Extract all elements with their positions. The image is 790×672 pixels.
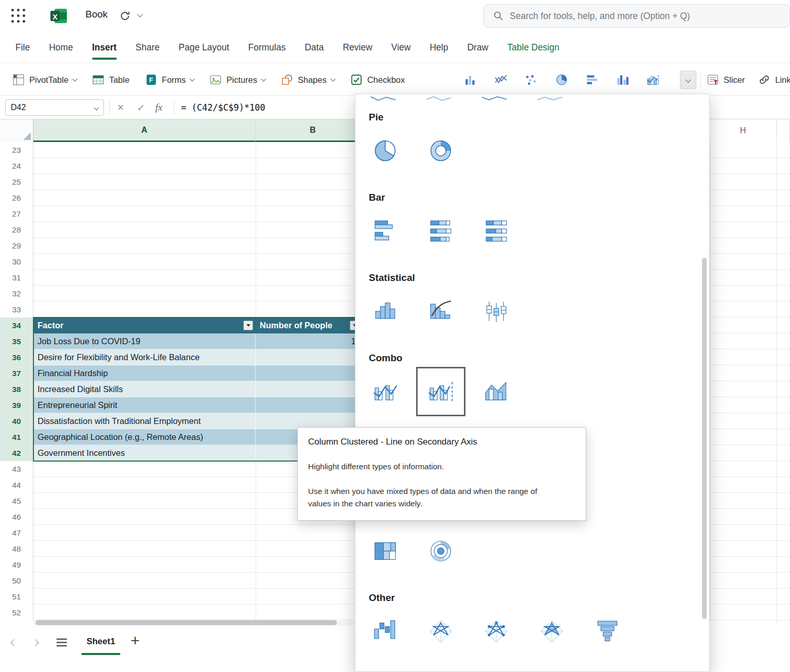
row-number[interactable]: 50: [0, 573, 33, 589]
clustered-column-line-icon[interactable]: [369, 375, 402, 408]
menu-tab-file[interactable]: File: [15, 42, 30, 53]
table-cell-people[interactable]: 55: [256, 381, 370, 397]
table-cell-factor[interactable]: Job Loss Due to COVID-19: [33, 333, 256, 349]
all-sheets-menu-icon[interactable]: [57, 639, 67, 647]
row-number[interactable]: 44: [0, 477, 33, 493]
forms-button[interactable]: F Forms: [145, 74, 194, 86]
row-number[interactable]: 48: [0, 541, 33, 557]
pie-chart-icon[interactable]: [369, 134, 402, 167]
row-number[interactable]: 52: [0, 605, 33, 621]
name-box[interactable]: D42: [5, 99, 104, 116]
funnel-icon[interactable]: [591, 615, 624, 648]
pictures-button[interactable]: Pictures: [209, 74, 265, 86]
line-chart-button-icon[interactable]: [494, 73, 508, 86]
next-sheet-icon[interactable]: [32, 639, 39, 646]
menu-tab-share[interactable]: Share: [136, 42, 160, 53]
row-number[interactable]: 38: [0, 381, 33, 397]
histogram-icon[interactable]: [369, 295, 402, 328]
horizontal-scrollbar-thumb[interactable]: [35, 620, 337, 625]
waterfall-icon[interactable]: [369, 615, 402, 648]
menu-tab-page-layout[interactable]: Page Layout: [178, 42, 229, 53]
menu-tab-data[interactable]: Data: [304, 42, 324, 53]
clustered-bar-icon[interactable]: [369, 215, 402, 247]
filter-button[interactable]: [243, 321, 253, 330]
table-button[interactable]: Table: [92, 74, 129, 86]
pareto-icon[interactable]: [424, 295, 457, 328]
menu-tab-table-design[interactable]: Table Design: [507, 42, 559, 53]
combo-chart-button-icon[interactable]: [646, 73, 659, 86]
table-cell-factor[interactable]: Dissatisfaction with Traditional Employm…: [33, 413, 256, 429]
table-cell-factor[interactable]: Desire for Flexibility and Work-Life Bal…: [33, 349, 256, 365]
column-header-h[interactable]: H: [710, 119, 777, 142]
row-number[interactable]: 33: [0, 302, 33, 317]
slicer-button[interactable]: Slicer: [707, 74, 745, 86]
doughnut-chart-icon[interactable]: [424, 134, 457, 167]
menu-tab-view[interactable]: View: [391, 42, 411, 53]
checkbox-button[interactable]: Checkbox: [350, 74, 405, 86]
row-number[interactable]: 45: [0, 493, 33, 509]
scatter-chart-button-icon[interactable]: [525, 73, 538, 86]
search-bar[interactable]: Search for tools, help, and more (Option…: [483, 4, 790, 28]
menu-tab-insert[interactable]: Insert: [92, 42, 117, 53]
bar-chart-button-icon[interactable]: [585, 73, 599, 86]
row-number[interactable]: 31: [0, 270, 33, 286]
workbook-title[interactable]: Book: [85, 9, 107, 20]
row-number[interactable]: 32: [0, 286, 33, 302]
add-sheet-button[interactable]: +: [131, 632, 140, 649]
box-whisker-icon[interactable]: [480, 295, 513, 328]
formula-input[interactable]: = (C42/$C$9)*100: [181, 96, 265, 119]
column-chart-button-icon[interactable]: [464, 73, 477, 86]
row-number[interactable]: 41: [0, 429, 33, 445]
row-number[interactable]: 26: [0, 190, 33, 206]
stacked-area-clustered-column-icon[interactable]: [480, 375, 513, 408]
autosave-sync-icon[interactable]: [119, 10, 131, 24]
row-number[interactable]: 34: [0, 317, 33, 333]
row-number[interactable]: 46: [0, 509, 33, 525]
shapes-button[interactable]: Shapes: [281, 74, 335, 86]
pie-chart-button-icon[interactable]: [555, 73, 568, 86]
row-number[interactable]: 24: [0, 158, 33, 174]
table-cell-factor[interactable]: Entrepreneurial Spirit: [33, 397, 256, 413]
menu-tab-home[interactable]: Home: [49, 42, 73, 53]
table-cell-factor[interactable]: Increased Digital Skills: [33, 381, 256, 397]
confirm-entry-button[interactable]: ✓: [137, 96, 145, 119]
row-number[interactable]: 35: [0, 333, 33, 349]
radar-icon[interactable]: [424, 615, 457, 648]
clustered-column-button-icon[interactable]: [616, 73, 629, 86]
menu-tab-help[interactable]: Help: [429, 42, 448, 53]
sunburst-icon[interactable]: [424, 535, 457, 568]
gallery-scrollbar[interactable]: [702, 258, 707, 619]
chart-gallery-chevron-button[interactable]: [680, 70, 696, 89]
table-cell-people[interactable]: 100: [256, 333, 370, 349]
link-button[interactable]: Link: [758, 74, 790, 86]
treemap-icon[interactable]: [369, 535, 402, 568]
table-cell-factor[interactable]: Geographical Location (e.g., Remote Area…: [33, 429, 256, 445]
app-launcher-icon[interactable]: [11, 9, 26, 23]
table-cell-factor[interactable]: Government Incentives: [33, 445, 256, 461]
hundred-percent-stacked-bar-icon[interactable]: [480, 215, 513, 247]
radar-with-markers-icon[interactable]: [480, 615, 513, 648]
row-number[interactable]: 23: [0, 142, 33, 158]
menu-tab-review[interactable]: Review: [343, 42, 372, 53]
row-number[interactable]: 39: [0, 397, 33, 413]
horizontal-scrollbar[interactable]: [33, 619, 355, 626]
filled-radar-icon[interactable]: [535, 615, 568, 648]
table-header-cell-factor[interactable]: Factor: [33, 317, 256, 333]
table-cell-people[interactable]: 40: [256, 397, 370, 413]
table-cell-people[interactable]: 80: [256, 349, 370, 365]
select-all-corner[interactable]: [0, 119, 33, 142]
menu-tab-formulas[interactable]: Formulas: [248, 42, 286, 53]
row-number[interactable]: 30: [0, 254, 33, 270]
column-header-b[interactable]: B: [256, 119, 370, 142]
prev-sheet-icon[interactable]: [10, 639, 17, 646]
row-number[interactable]: 47: [0, 525, 33, 541]
row-number[interactable]: 40: [0, 413, 33, 429]
insert-function-button[interactable]: fx: [155, 96, 163, 119]
pivottable-button[interactable]: PivotTable: [12, 74, 77, 86]
row-number[interactable]: 43: [0, 461, 33, 477]
workbook-title-chevron-icon[interactable]: [137, 11, 142, 17]
table-cell-factor[interactable]: Financial Hardship: [33, 365, 256, 381]
row-number[interactable]: 27: [0, 206, 33, 222]
row-number[interactable]: 51: [0, 589, 33, 605]
row-number[interactable]: 29: [0, 238, 33, 254]
